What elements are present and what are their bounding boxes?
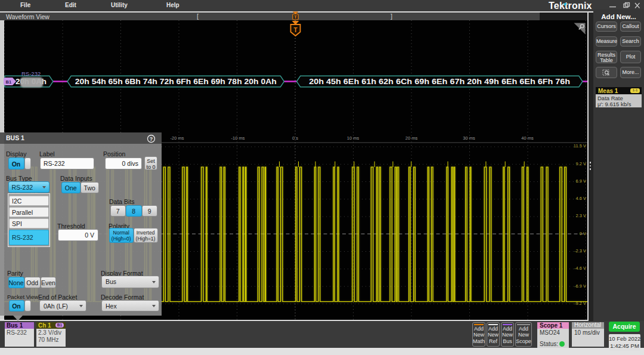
svg-text:0 V: 0 V: [580, 231, 586, 236]
svg-text:9.2 V: 9.2 V: [575, 161, 586, 166]
svg-text:40 ms: 40 ms: [521, 135, 534, 141]
svg-text:20h 54h 65h 6Bh 74h 72h 6Fh 6E: 20h 54h 65h 6Bh 74h 72h 6Fh 6Eh 69h 78h …: [75, 77, 277, 86]
svg-text:-6.9 V: -6.9 V: [574, 283, 586, 289]
svg-text:10 ms: 10 ms: [347, 135, 360, 141]
svg-text:30 ms: 30 ms: [463, 135, 475, 141]
svg-text:-4.6 V: -4.6 V: [574, 266, 586, 271]
svg-text:-10 ms: -10 ms: [231, 135, 245, 141]
svg-text:-20 ms: -20 ms: [171, 135, 184, 141]
svg-text:-2.3 V: -2.3 V: [574, 248, 586, 254]
svg-text:6.9 V: 6.9 V: [575, 178, 586, 184]
svg-text:0 s: 0 s: [292, 135, 298, 141]
svg-text:RS-232: RS-232: [21, 70, 41, 77]
svg-text:11.5 V: 11.5 V: [574, 143, 586, 149]
svg-text:?: ?: [150, 136, 153, 142]
svg-text:4.6 V: 4.6 V: [575, 196, 586, 201]
svg-text:20h 45h 6Eh 61h 62h 6Ch 69h 6E: 20h 45h 6Eh 61h 62h 6Ch 69h 6Eh 67h 20h …: [309, 77, 570, 86]
svg-text:B1: B1: [6, 79, 12, 85]
svg-text:20 ms: 20 ms: [405, 135, 418, 141]
svg-text:T: T: [293, 27, 297, 33]
svg-text:2.3 V: 2.3 V: [575, 213, 586, 218]
